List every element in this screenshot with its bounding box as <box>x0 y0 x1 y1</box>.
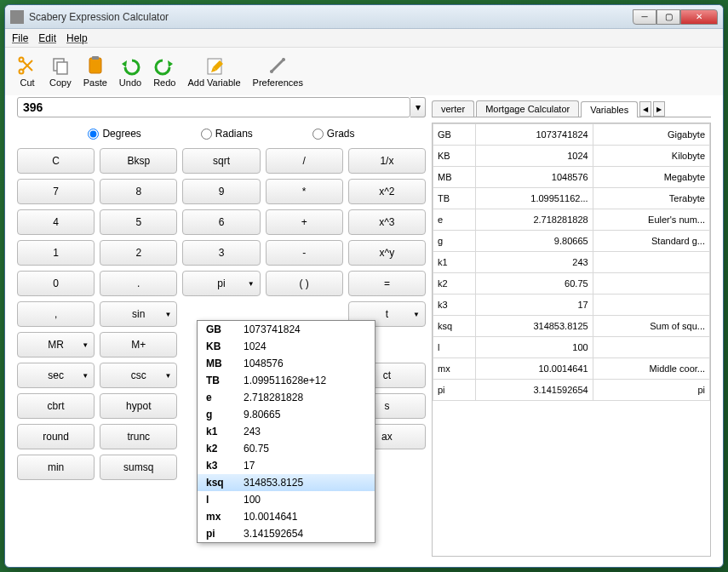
key-sub[interactable]: - <box>266 240 343 266</box>
dropdown-item[interactable]: k260.75 <box>198 440 375 457</box>
redo-button[interactable]: Redo <box>153 55 175 88</box>
key-pi[interactable]: pi▼ <box>182 271 260 296</box>
dropdown-item[interactable]: KB1024 <box>198 338 375 355</box>
expression-dropdown-button[interactable]: ▾ <box>410 97 426 117</box>
table-row[interactable]: ksq314853.8125Sum of squ... <box>433 316 710 337</box>
cut-button[interactable]: Cut <box>17 55 37 88</box>
wrench-icon <box>267 55 288 76</box>
tab-scroll-right[interactable]: ▶ <box>653 101 665 117</box>
dropdown-item[interactable]: MB1048576 <box>198 355 375 372</box>
key-7[interactable]: 7 <box>17 179 95 204</box>
dropdown-item[interactable]: pi3.141592654 <box>198 525 375 542</box>
dropdown-item[interactable]: k1243 <box>198 423 375 440</box>
key-sqrt[interactable]: sqrt <box>182 148 260 174</box>
right-panel: verter Mortgage Calculator Variables ◀ ▶… <box>431 97 711 557</box>
key-comma[interactable]: , <box>17 301 95 327</box>
degrees-radio[interactable]: Degrees <box>88 128 140 140</box>
clipboard-icon <box>85 55 106 76</box>
chevron-down-icon: ▼ <box>413 311 420 318</box>
key-inv[interactable]: 1/x <box>348 148 426 174</box>
menu-file[interactable]: File <box>12 32 28 44</box>
dropdown-item[interactable]: mx10.0014641 <box>198 508 375 525</box>
dropdown-item[interactable]: k317 <box>198 457 375 474</box>
key-min[interactable]: min <box>17 455 95 480</box>
maximize-button[interactable]: ▢ <box>656 9 680 25</box>
variables-table[interactable]: GB1073741824GigabyteKB1024KilobyteMB1048… <box>432 123 711 557</box>
key-xy[interactable]: x^y <box>348 240 426 266</box>
window-title: Scabery Expression Calculator <box>29 11 633 23</box>
chevron-down-icon: ▼ <box>164 311 171 318</box>
grads-radio[interactable]: Grads <box>312 128 355 140</box>
key-bksp[interactable]: Bksp <box>100 148 177 174</box>
key-div[interactable]: / <box>266 148 343 174</box>
key-x2[interactable]: x^2 <box>348 179 426 204</box>
expression-input[interactable] <box>17 97 410 117</box>
key-2[interactable]: 2 <box>100 240 177 266</box>
key-0[interactable]: 0 <box>17 271 95 296</box>
key-cbrt[interactable]: cbrt <box>17 393 95 419</box>
dropdown-item[interactable]: l100 <box>198 491 375 508</box>
key-round[interactable]: round <box>17 424 95 449</box>
key-sin[interactable]: sin▼ <box>100 301 177 327</box>
tab-verter[interactable]: verter <box>432 100 474 117</box>
key-dot[interactable]: . <box>100 271 177 296</box>
key-9[interactable]: 9 <box>182 179 260 204</box>
tab-scroll-left[interactable]: ◀ <box>639 101 651 117</box>
menu-edit[interactable]: Edit <box>38 32 56 44</box>
key-6[interactable]: 6 <box>182 209 260 235</box>
key-par[interactable]: ( ) <box>266 271 343 296</box>
table-row[interactable]: TB1.09951162...Terabyte <box>433 188 710 209</box>
table-row[interactable]: k1243 <box>433 252 710 273</box>
key-4[interactable]: 4 <box>17 209 95 235</box>
key-sumsq[interactable]: sumsq <box>100 455 177 480</box>
table-row[interactable]: g9.80665Standard g... <box>433 231 710 252</box>
table-row[interactable]: GB1073741824Gigabyte <box>433 124 710 146</box>
table-row[interactable]: k317 <box>433 295 710 316</box>
svg-rect-5 <box>92 56 99 60</box>
table-row[interactable]: KB1024Kilobyte <box>433 146 710 167</box>
dropdown-item[interactable]: TB1.099511628e+12 <box>198 372 375 389</box>
svg-rect-3 <box>57 62 67 74</box>
radians-radio[interactable]: Radians <box>201 128 253 140</box>
pi-dropdown-menu[interactable]: GB1073741824KB1024MB1048576TB1.099511628… <box>197 320 375 543</box>
titlebar[interactable]: Scabery Expression Calculator ─ ▢ ✕ <box>5 5 723 29</box>
table-row[interactable]: pi3.141592654pi <box>433 380 710 401</box>
copy-button[interactable]: Copy <box>49 55 72 88</box>
dropdown-item[interactable]: g9.80665 <box>198 406 375 423</box>
key-trunc[interactable]: trunc <box>100 424 177 449</box>
table-row[interactable]: k260.75 <box>433 273 710 295</box>
key-mr[interactable]: MR▼ <box>17 332 95 358</box>
key-c[interactable]: C <box>17 148 95 174</box>
table-row[interactable]: mx10.0014641Middle coor... <box>433 358 710 380</box>
table-row[interactable]: e2.718281828Euler's num... <box>433 209 710 231</box>
key-3[interactable]: 3 <box>182 240 260 266</box>
preferences-button[interactable]: Preferences <box>253 55 303 88</box>
key-8[interactable]: 8 <box>100 179 177 204</box>
undo-button[interactable]: Undo <box>119 55 141 88</box>
paste-button[interactable]: Paste <box>83 55 107 88</box>
close-button[interactable]: ✕ <box>680 9 718 25</box>
menu-help[interactable]: Help <box>66 32 88 44</box>
key-add[interactable]: + <box>266 209 343 235</box>
minimize-button[interactable]: ─ <box>633 9 656 25</box>
key-hypot[interactable]: hypot <box>100 393 177 419</box>
table-row[interactable]: l100 <box>433 337 710 358</box>
key-sec[interactable]: sec▼ <box>17 363 95 388</box>
key-eq[interactable]: = <box>348 271 426 296</box>
key-1[interactable]: 1 <box>17 240 95 266</box>
dropdown-item[interactable]: GB1073741824 <box>198 321 375 338</box>
add-variable-button[interactable]: Add Variable <box>187 55 240 88</box>
svg-point-0 <box>20 58 24 62</box>
key-mul[interactable]: * <box>266 179 343 204</box>
tab-variables[interactable]: Variables <box>581 101 638 117</box>
key-csc[interactable]: csc▼ <box>100 363 177 388</box>
key-x3[interactable]: x^3 <box>348 209 426 235</box>
undo-icon <box>120 55 140 76</box>
key-mplus[interactable]: M+ <box>100 332 177 358</box>
key-5[interactable]: 5 <box>100 209 177 235</box>
dropdown-item[interactable]: ksq314853.8125 <box>198 474 375 491</box>
app-icon <box>10 10 24 24</box>
table-row[interactable]: MB1048576Megabyte <box>433 167 710 188</box>
tab-mortgage[interactable]: Mortgage Calculator <box>476 100 579 117</box>
dropdown-item[interactable]: e2.718281828 <box>198 389 375 406</box>
